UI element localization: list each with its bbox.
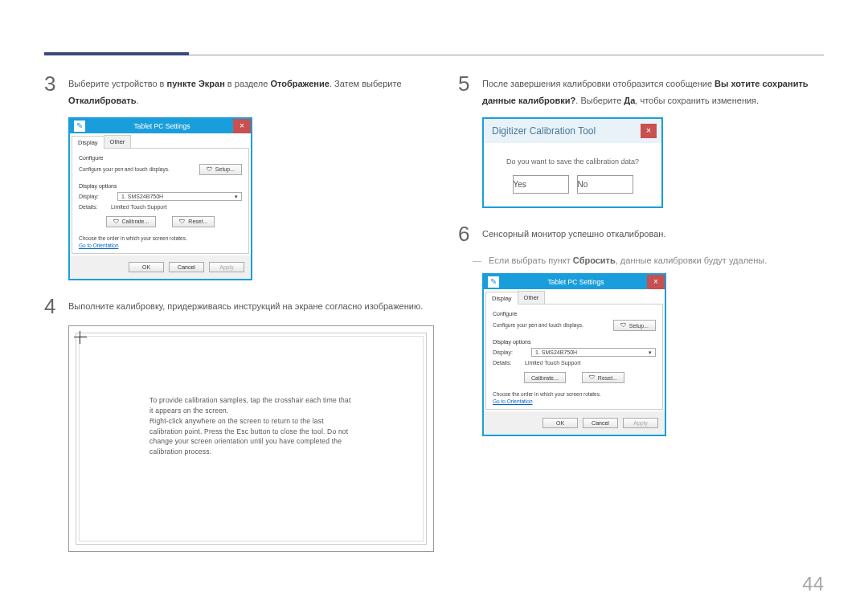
- step-5: 5 После завершения калибровки отобразитс…: [458, 72, 824, 109]
- details-value: Limited Touch Support: [111, 204, 167, 210]
- page-number: 44: [802, 573, 824, 595]
- display-label: Display:: [79, 194, 111, 199]
- step-text: Выберите устройство в пункте Экран в раз…: [68, 72, 434, 109]
- yes-button[interactable]: Yes: [513, 175, 569, 194]
- details-label: Details:: [493, 360, 525, 366]
- step-text: Выполните калибровку, придерживаясь инст…: [68, 295, 423, 318]
- step-number: 5: [458, 72, 473, 109]
- calibration-screen: To provide calibration samples, tap the …: [68, 325, 434, 552]
- configure-row: Configure your pen and touch displays. S…: [493, 320, 656, 331]
- close-icon[interactable]: ×: [647, 275, 665, 289]
- configure-label: Configure: [79, 155, 242, 161]
- display-select[interactable]: 1. SMS24B750H: [531, 348, 656, 357]
- dialog-title: Tablet PC Settings: [503, 278, 649, 286]
- ok-button[interactable]: OK: [542, 418, 578, 428]
- step-number: 6: [458, 223, 473, 246]
- display-options-label: Display options: [493, 339, 656, 345]
- dialog-title: Tablet PC Settings: [89, 122, 235, 130]
- setup-button[interactable]: Setup...: [199, 164, 242, 175]
- no-button[interactable]: No: [577, 175, 633, 194]
- display-label: Display:: [493, 349, 525, 355]
- step-number: 4: [44, 295, 59, 318]
- configure-label: Configure: [493, 311, 656, 317]
- display-row: Display: 1. SMS24B750H: [493, 348, 656, 357]
- calibrate-row: Calibrate... Reset...: [493, 372, 656, 383]
- reset-button[interactable]: Reset...: [582, 372, 624, 383]
- step-number: 3: [44, 72, 59, 109]
- dialog-footer: OK Cancel Apply: [484, 411, 665, 435]
- digitizer-dialog: Digitizer Calibration Tool × Do you want…: [482, 117, 663, 208]
- step-text: После завершения калибровки отобразится …: [482, 72, 824, 109]
- configure-text: Configure your pen and touch displays.: [79, 166, 199, 173]
- dialog-icon: ✎: [74, 121, 85, 132]
- close-icon[interactable]: ×: [641, 124, 657, 138]
- note: ― Если выбрать пункт Сбросить, данные ка…: [473, 253, 824, 268]
- left-column: 3 Выберите устройство в пункте Экран в р…: [44, 72, 434, 552]
- step-6: 6 Сенсорный монитор успешно откалиброван…: [458, 223, 824, 246]
- cancel-button[interactable]: Cancel: [169, 262, 204, 272]
- tablet-pc-settings-dialog-2: ✎ Tablet PC Settings × Display Other Con…: [482, 273, 666, 436]
- display-row: Display: 1. SMS24B750H: [79, 192, 242, 201]
- tab-other[interactable]: Other: [104, 135, 132, 148]
- tablet-pc-settings-dialog: ✎ Tablet PC Settings × Display Other Con…: [68, 117, 252, 280]
- dialog-titlebar: ✎ Tablet PC Settings ×: [484, 275, 665, 289]
- digitizer-message: Do you want to save the calibration data…: [484, 143, 661, 175]
- calibration-instructions: To provide calibration samples, tap the …: [149, 395, 353, 457]
- orientation-text: Choose the order in which your screen ro…: [79, 235, 242, 241]
- dialog-body: Display Other Configure Configure your p…: [484, 289, 665, 411]
- calibrate-button[interactable]: Calibrate...: [524, 372, 566, 383]
- calibrate-row: Calibrate... Reset...: [79, 216, 242, 227]
- tab-display[interactable]: Display: [485, 292, 518, 304]
- tab-other[interactable]: Other: [518, 291, 546, 304]
- apply-button[interactable]: Apply: [623, 418, 658, 428]
- content-area: 3 Выберите устройство в пункте Экран в р…: [44, 72, 824, 552]
- close-icon[interactable]: ×: [233, 119, 251, 133]
- setup-button[interactable]: Setup...: [613, 320, 656, 331]
- tab-panel: Configure Configure your pen and touch d…: [72, 149, 249, 254]
- digitizer-title: Digitizer Calibration Tool ×: [484, 119, 661, 143]
- digitizer-buttons: Yes No: [484, 175, 661, 206]
- tab-panel: Configure Configure your pen and touch d…: [485, 304, 663, 410]
- step-4: 4 Выполните калибровку, придерживаясь ин…: [44, 295, 434, 318]
- step-text: Сенсорный монитор успешно откалиброван.: [482, 223, 665, 246]
- reset-button[interactable]: Reset...: [172, 216, 215, 227]
- shield-icon: [179, 219, 186, 225]
- dialog-tabs: Display Other: [485, 291, 663, 304]
- details-row: Details: Limited Touch Support: [493, 360, 656, 366]
- dialog-tabs: Display Other: [72, 135, 249, 149]
- orientation-link[interactable]: Go to Orientation: [79, 243, 119, 248]
- shield-icon: [589, 374, 596, 381]
- orientation-text: Choose the order in which your screen ro…: [493, 391, 656, 397]
- step-3: 3 Выберите устройство в пункте Экран в р…: [44, 72, 434, 109]
- dialog-footer: OK Cancel Apply: [70, 255, 251, 279]
- apply-button[interactable]: Apply: [209, 262, 244, 272]
- configure-row: Configure your pen and touch displays. S…: [79, 164, 242, 175]
- shield-icon: [620, 322, 627, 329]
- display-select[interactable]: 1. SMS24B750H: [117, 192, 242, 201]
- details-label: Details:: [79, 204, 111, 210]
- shield-icon: [207, 166, 213, 173]
- dash-icon: ―: [473, 255, 481, 265]
- shield-icon: [113, 219, 120, 225]
- tab-display[interactable]: Display: [72, 136, 104, 149]
- display-options-label: Display options: [79, 183, 242, 189]
- header-accent: [44, 52, 189, 55]
- details-value: Limited Touch Support: [525, 360, 581, 366]
- orientation-link[interactable]: Go to Orientation: [493, 398, 533, 404]
- crosshair-icon: [74, 331, 87, 344]
- right-column: 5 После завершения калибровки отобразитс…: [458, 72, 824, 552]
- calibrate-button[interactable]: Calibrate...: [106, 216, 157, 227]
- dialog-icon: ✎: [488, 276, 499, 288]
- details-row: Details: Limited Touch Support: [79, 204, 242, 210]
- cancel-button[interactable]: Cancel: [583, 418, 618, 428]
- dialog-body: Display Other Configure Configure your p…: [70, 133, 251, 255]
- dialog-titlebar: ✎ Tablet PC Settings ×: [70, 119, 251, 133]
- configure-text: Configure your pen and touch displays.: [493, 322, 613, 329]
- ok-button[interactable]: OK: [129, 262, 164, 272]
